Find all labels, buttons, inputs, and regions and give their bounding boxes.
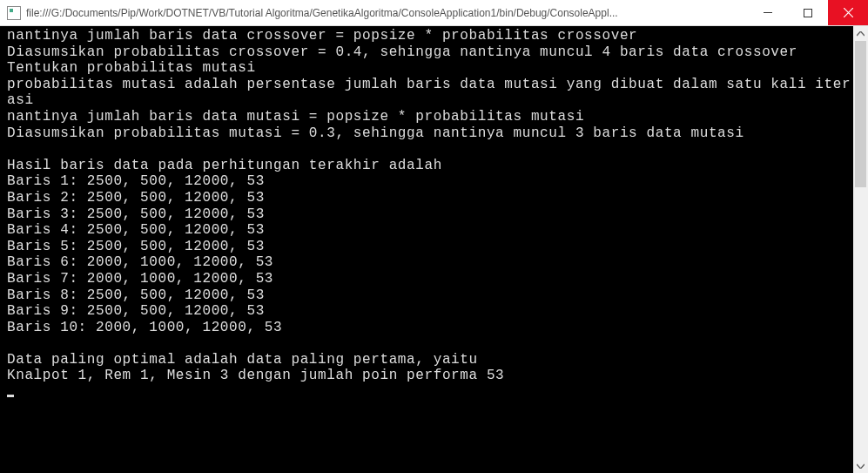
console-area: nantinya jumlah baris data crossover = p… [0,26,868,473]
scroll-track[interactable] [853,41,868,458]
scroll-thumb[interactable] [855,41,866,187]
close-icon [844,8,853,17]
minimize-button[interactable] [748,0,788,25]
maximize-button[interactable] [788,0,828,25]
console-output: nantinya jumlah baris data crossover = p… [0,26,853,473]
vertical-scrollbar[interactable] [853,26,868,473]
svg-rect-0 [764,12,772,13]
maximize-icon [804,9,812,17]
scroll-up-arrow[interactable] [853,26,868,41]
cursor [7,395,14,397]
minimize-icon [764,9,772,17]
scroll-down-arrow[interactable] [853,458,868,473]
window-title: file:///G:/Documents/Pip/Work/DOTNET/VB/… [26,7,748,19]
app-icon [7,6,21,20]
titlebar: file:///G:/Documents/Pip/Work/DOTNET/VB/… [0,0,868,26]
close-button[interactable] [828,0,868,25]
chevron-down-icon [857,463,865,469]
window-controls [748,0,868,25]
chevron-up-icon [857,31,865,37]
svg-rect-1 [804,9,812,17]
